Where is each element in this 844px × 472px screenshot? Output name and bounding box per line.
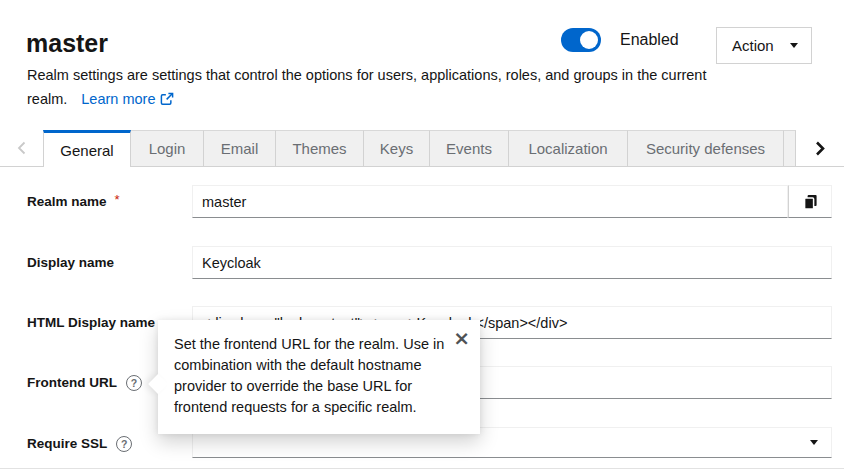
realm-settings-page: master Enabled Action Realm settings are… — [0, 0, 844, 472]
tab-label: Email — [221, 140, 259, 157]
tabs-bar: General Login Email Themes Keys Events L… — [0, 130, 844, 167]
display-name-label: Display name — [27, 246, 114, 279]
field-label-text: Require SSL — [27, 436, 107, 451]
close-icon: × — [453, 326, 470, 350]
display-name-control — [192, 246, 832, 279]
copy-icon — [803, 194, 818, 210]
tab-themes[interactable]: Themes — [276, 130, 364, 167]
tabs-scroll-right-button[interactable] — [796, 130, 844, 167]
chevron-left-icon — [17, 141, 26, 155]
help-icon[interactable]: ? — [116, 436, 132, 452]
required-asterisk: * — [115, 192, 120, 207]
tab-events[interactable]: Events — [430, 130, 509, 167]
require-ssl-label: Require SSL ? — [27, 427, 132, 460]
tab-security-defenses[interactable]: Security defenses — [628, 130, 784, 167]
tab-keys[interactable]: Keys — [364, 130, 430, 167]
action-dropdown-button[interactable]: Action — [716, 27, 812, 64]
tab-label: General — [60, 142, 113, 159]
realm-description: Realm settings are settings that control… — [27, 63, 775, 111]
tab-partial[interactable] — [784, 130, 796, 167]
learn-more-link[interactable]: Learn more — [81, 91, 174, 107]
help-icon[interactable]: ? — [126, 375, 142, 391]
tabs-scroll-left-button[interactable] — [0, 130, 43, 167]
frontend-url-label: Frontend URL ? — [27, 366, 142, 399]
tooltip-text: Set the frontend URL for the realm. Use … — [174, 334, 446, 418]
tab-email[interactable]: Email — [204, 130, 276, 167]
tab-label: Keys — [380, 140, 413, 157]
tab-label: Events — [446, 140, 492, 157]
tab-label: Themes — [292, 140, 346, 157]
chevron-right-icon — [815, 141, 825, 156]
enabled-toggle[interactable] — [561, 28, 601, 52]
page-title: master — [26, 29, 108, 58]
external-link-icon — [160, 92, 174, 106]
bottom-divider — [0, 468, 844, 469]
frontend-url-tooltip: Set the frontend URL for the realm. Use … — [158, 320, 480, 434]
tab-label: Login — [149, 140, 186, 157]
field-label-text: HTML Display name — [27, 315, 155, 330]
field-label-text: Display name — [27, 255, 114, 270]
display-name-input[interactable] — [192, 246, 832, 279]
html-display-name-label: HTML Display name — [27, 306, 155, 339]
caret-down-icon — [790, 43, 798, 48]
tab-localization[interactable]: Localization — [509, 130, 628, 167]
tab-label: Localization — [528, 140, 607, 157]
tooltip-arrow — [148, 374, 168, 394]
realm-name-control — [192, 185, 832, 218]
copy-button[interactable] — [788, 185, 832, 218]
field-label-text: Frontend URL — [27, 375, 117, 390]
enabled-toggle-label: Enabled — [620, 31, 679, 49]
action-dropdown-label: Action — [732, 37, 774, 54]
learn-more-label: Learn more — [81, 91, 155, 107]
realm-name-input[interactable] — [192, 185, 788, 218]
toggle-knob — [580, 31, 598, 49]
field-label-text: Realm name — [27, 194, 107, 209]
tab-label: Security defenses — [646, 140, 765, 157]
tooltip-close-button[interactable]: × — [453, 329, 470, 347]
tab-general[interactable]: General — [43, 130, 131, 167]
caret-down-icon — [810, 440, 818, 445]
realm-name-label: Realm name * — [27, 185, 120, 218]
tab-login[interactable]: Login — [131, 130, 204, 167]
